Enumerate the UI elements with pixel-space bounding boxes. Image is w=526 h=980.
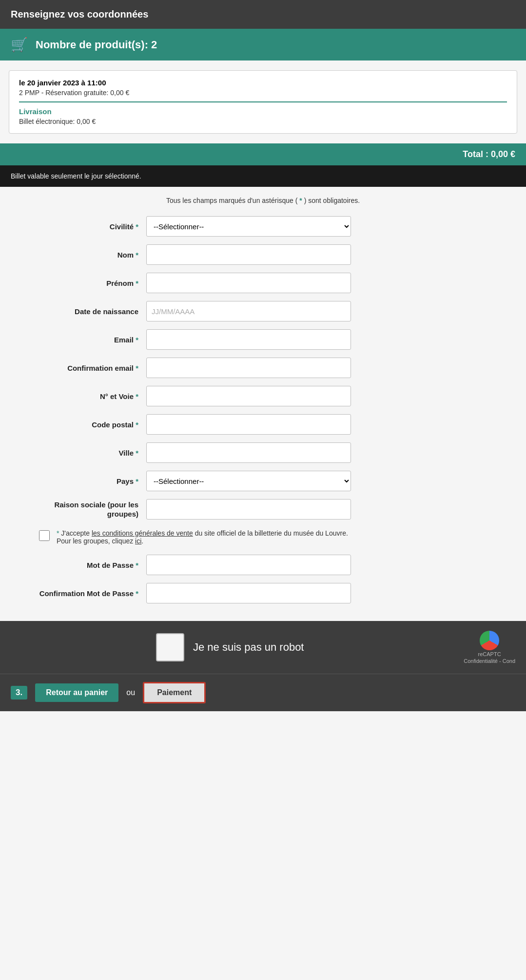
required-note: Tous les champs marqués d'un astérisque … [19,197,507,204]
recaptcha-logo-icon [480,631,499,650]
payment-button[interactable]: Paiement [143,682,206,703]
email-label: Email * [19,336,146,344]
datenaissance-input[interactable] [146,301,351,321]
recaptcha-label: Je ne suis pas un robot [193,641,455,654]
groups-link[interactable]: ici [135,537,141,545]
ville-row: Ville * [19,442,507,463]
cart-title: Nombre de produit(s): 2 [36,39,157,51]
back-button[interactable]: Retour au panier [35,683,118,702]
motdepasse-label: Mot de Passe * [19,561,146,569]
terms-asterisk: * [57,529,59,537]
notice-text: Billet valable seulement le jour sélecti… [11,172,141,180]
ou-label: ou [126,688,135,697]
order-summary-card: le 20 janvier 2023 à 11:00 2 PMP - Réser… [9,70,517,134]
codepostal-label: Code postal * [19,420,146,429]
recaptcha-area: Je ne suis pas un robot reCAPTC Confiden… [0,621,526,674]
page-title: Renseignez vos coordonnées [0,0,526,29]
codepostal-row: Code postal * [19,414,507,435]
pays-row: Pays * --Sélectionner-- [19,471,507,491]
recaptcha-privacy-terms: Confidentialité - Cond [464,658,515,664]
ville-input[interactable] [146,442,351,463]
asterisk-symbol: * [299,197,302,204]
civilite-label: Civilité * [19,222,146,231]
recaptcha-checkbox[interactable] [156,633,184,661]
form-area: Tous les champs marqués d'un astérisque … [0,187,526,621]
delivery-description: Billet électronique: 0,00 € [19,118,507,125]
recaptcha-brand: reCAPTC [478,651,501,657]
total-label: Total : 0,00 € [463,149,515,159]
prenom-input[interactable] [146,273,351,293]
pays-label: Pays * [19,477,146,485]
notice-bar: Billet valable seulement le jour sélecti… [0,165,526,187]
order-description: 2 PMP - Réservation gratuite: 0,00 € [19,89,507,102]
nom-label: Nom * [19,251,146,259]
adresse-input[interactable] [146,386,351,406]
codepostal-input[interactable] [146,414,351,435]
terms-row: * J'accepte les conditions générales de … [19,529,507,545]
email-row: Email * [19,329,507,350]
datenaissance-row: Date de naissance [19,301,507,321]
order-date: le 20 janvier 2023 à 11:00 [19,79,507,87]
raison-sociale-label: Raison sociale (pour les groupes) [19,500,146,519]
total-bar: Total : 0,00 € [0,143,526,165]
motdepasse-input[interactable] [146,555,351,575]
nom-input[interactable] [146,244,351,265]
motdepasse-row: Mot de Passe * [19,555,507,575]
confirmmdp-label: Confirmation Mot de Passe * [19,589,146,598]
prenom-label: Prénom * [19,279,146,287]
confirmemail-input[interactable] [146,358,351,378]
raison-sociale-row: Raison sociale (pour les groupes) [19,499,507,520]
confirmemail-row: Confirmation email * [19,358,507,378]
recaptcha-logo-area: reCAPTC Confidentialité - Cond [464,631,515,664]
prenom-row: Prénom * [19,273,507,293]
cart-icon: 🛒 [11,37,28,53]
nom-row: Nom * [19,244,507,265]
cart-bar: 🛒 Nombre de produit(s): 2 [0,29,526,60]
datenaissance-label: Date de naissance [19,307,146,316]
step-number: 3. [11,686,27,700]
email-input[interactable] [146,329,351,350]
adresse-row: N° et Voie * [19,386,507,406]
adresse-label: N° et Voie * [19,392,146,400]
delivery-label: Livraison [19,107,507,116]
terms-link[interactable]: les conditions générales de vente [92,529,193,537]
bottom-bar: 3. Retour au panier ou Paiement [0,674,526,711]
civilite-row: Civilité * --Sélectionner-- M. Mme [19,216,507,237]
pays-select[interactable]: --Sélectionner-- [146,471,351,491]
terms-text: * J'accepte les conditions générales de … [57,529,349,545]
terms-checkbox[interactable] [39,530,50,541]
raison-sociale-input[interactable] [146,499,351,520]
civilite-select[interactable]: --Sélectionner-- M. Mme [146,216,351,237]
confirmmdp-input[interactable] [146,583,351,603]
ville-label: Ville * [19,449,146,457]
confirmmdp-row: Confirmation Mot de Passe * [19,583,507,603]
confirmemail-label: Confirmation email * [19,364,146,372]
